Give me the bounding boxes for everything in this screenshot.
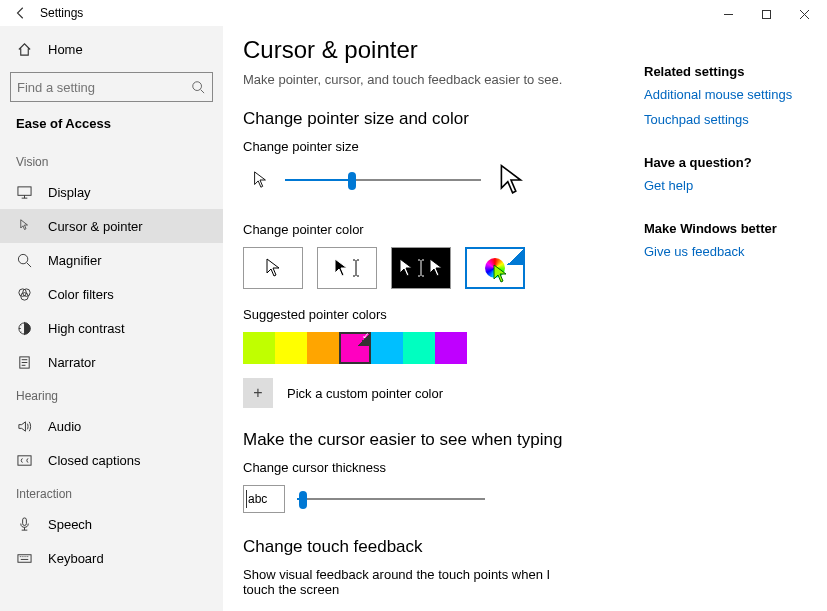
nav-audio[interactable]: Audio [0, 409, 223, 443]
display-icon [16, 184, 32, 200]
color-option-inverted[interactable] [391, 247, 451, 289]
search-input[interactable] [17, 80, 190, 95]
nav-narrator[interactable]: Narrator [0, 345, 223, 379]
color-option-custom[interactable] [465, 247, 525, 289]
nav-display[interactable]: Display [0, 175, 223, 209]
size-heading: Change pointer size and color [243, 109, 624, 129]
cursor-pointer-icon [16, 218, 32, 234]
home-icon [16, 41, 32, 57]
color-option-black[interactable] [317, 247, 377, 289]
related-heading: Related settings [644, 64, 815, 79]
link-get-help[interactable]: Get help [644, 178, 815, 193]
svg-rect-0 [762, 10, 770, 18]
nav-high-contrast[interactable]: High contrast [0, 311, 223, 345]
thickness-slider[interactable] [297, 487, 485, 511]
touch-description: Show visual feedback around the touch po… [243, 567, 573, 597]
nav-label: Color filters [48, 287, 114, 302]
link-additional-mouse[interactable]: Additional mouse settings [644, 87, 815, 102]
category-title: Ease of Access [0, 112, 223, 145]
color-label: Change pointer color [243, 222, 624, 237]
suggested-color[interactable] [371, 332, 403, 364]
svg-rect-2 [17, 186, 30, 194]
nav-keyboard[interactable]: Keyboard [0, 541, 223, 575]
nav-label: Narrator [48, 355, 96, 370]
search-box[interactable] [10, 72, 213, 102]
maximize-button[interactable] [747, 2, 785, 26]
nav-closed-captions[interactable]: Closed captions [0, 443, 223, 477]
nav-cursor-pointer[interactable]: Cursor & pointer [0, 209, 223, 243]
suggested-color[interactable] [435, 332, 467, 364]
nav-color-filters[interactable]: Color filters [0, 277, 223, 311]
close-button[interactable] [785, 2, 823, 26]
nav-label: Keyboard [48, 551, 104, 566]
typing-heading: Make the cursor easier to see when typin… [243, 430, 624, 450]
search-icon [190, 79, 206, 95]
speech-icon [16, 516, 32, 532]
audio-icon [16, 418, 32, 434]
better-heading: Make Windows better [644, 221, 815, 236]
main-content: Cursor & pointer Make pointer, cursor, a… [223, 26, 644, 611]
color-filters-icon [16, 286, 32, 302]
nav-label: Speech [48, 517, 92, 532]
touch-heading: Change touch feedback [243, 537, 624, 557]
suggested-color[interactable] [403, 332, 435, 364]
custom-color-row[interactable]: + Pick a custom pointer color [243, 378, 624, 408]
svg-rect-9 [17, 455, 30, 464]
svg-rect-10 [22, 517, 26, 525]
nav-speech[interactable]: Speech [0, 507, 223, 541]
minimize-button[interactable] [709, 2, 747, 26]
nav-label: Magnifier [48, 253, 101, 268]
narrator-icon [16, 354, 32, 370]
thickness-sample: abc [243, 485, 285, 513]
suggested-label: Suggested pointer colors [243, 307, 624, 322]
suggested-color[interactable] [243, 332, 275, 364]
sidebar: Home Ease of Access VisionDisplayCursor … [0, 26, 223, 611]
svg-point-1 [193, 82, 202, 91]
back-button[interactable] [6, 0, 36, 26]
nav-label: Closed captions [48, 453, 141, 468]
question-heading: Have a question? [644, 155, 815, 170]
link-touchpad[interactable]: Touchpad settings [644, 112, 815, 127]
high-contrast-icon [16, 320, 32, 336]
nav-label: Audio [48, 419, 81, 434]
page-description: Make pointer, cursor, and touch feedback… [243, 72, 624, 87]
suggested-color[interactable] [275, 332, 307, 364]
pointer-small-icon [253, 171, 267, 189]
thickness-label: Change cursor thickness [243, 460, 624, 475]
suggested-color[interactable] [307, 332, 339, 364]
home-nav[interactable]: Home [0, 32, 223, 66]
color-option-white[interactable] [243, 247, 303, 289]
magnifier-icon [16, 252, 32, 268]
pointer-size-slider[interactable] [285, 168, 481, 192]
nav-label: High contrast [48, 321, 125, 336]
group-label: Hearing [0, 379, 223, 409]
group-label: Vision [0, 145, 223, 175]
keyboard-icon [16, 550, 32, 566]
svg-rect-11 [17, 554, 30, 562]
svg-point-3 [18, 254, 27, 263]
custom-color-label: Pick a custom pointer color [287, 386, 443, 401]
size-label: Change pointer size [243, 139, 624, 154]
page-title: Cursor & pointer [243, 36, 624, 64]
link-feedback[interactable]: Give us feedback [644, 244, 815, 259]
window-title: Settings [40, 6, 83, 20]
closed-captions-icon [16, 452, 32, 468]
group-label: Interaction [0, 477, 223, 507]
nav-label: Display [48, 185, 91, 200]
title-bar: Settings [0, 0, 827, 26]
pointer-big-icon [499, 164, 523, 196]
right-rail: Related settings Additional mouse settin… [644, 26, 827, 611]
nav-magnifier[interactable]: Magnifier [0, 243, 223, 277]
suggested-color[interactable] [339, 332, 371, 364]
home-label: Home [48, 42, 83, 57]
nav-label: Cursor & pointer [48, 219, 143, 234]
plus-icon: + [243, 378, 273, 408]
